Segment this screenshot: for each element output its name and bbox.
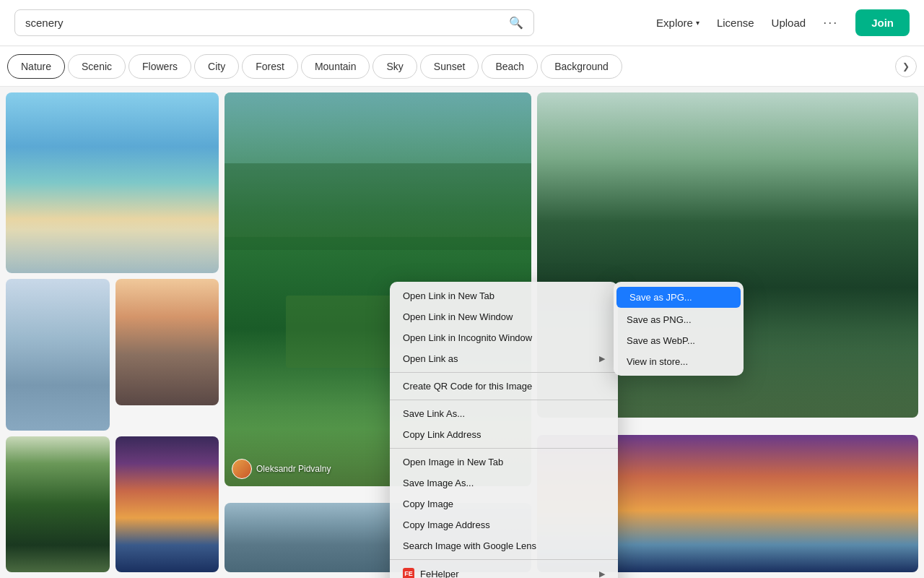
ctx-open-new-window[interactable]: Open Link in New Window [390,306,618,327]
ctx-search-google-lens[interactable]: Search Image with Google Lens [390,535,618,556]
chevron-right-icon: ▶ [599,354,605,363]
ctx-copy-image-address[interactable]: Copy Image Address [390,514,618,535]
nav-upload[interactable]: Upload [772,17,806,29]
tab-scroll-right[interactable]: ❯ [895,56,917,77]
ctx-open-as[interactable]: Open Link as ▶ [390,348,618,369]
submenu-save-png[interactable]: Save as PNG... [614,309,744,330]
ctx-open-new-tab[interactable]: Open Link in New Tab [390,285,618,306]
tab-background[interactable]: Background [541,54,622,79]
author-badge: Oleksandr Pidvalny [232,459,331,479]
image-tropical[interactable] [6,92,219,273]
join-button[interactable]: Join [855,9,910,36]
submenu-save-jpg[interactable]: Save as JPG... [616,287,741,308]
tab-scenic[interactable]: Scenic [68,54,126,79]
image-forest-sm[interactable] [6,436,110,572]
ctx-sep-3 [390,448,618,449]
nav-explore[interactable]: Explore ▾ [656,17,699,29]
ctx-sep-1 [390,372,618,373]
context-menu: Open Link in New Tab Open Link in New Wi… [390,282,618,578]
tab-city[interactable]: City [194,54,239,79]
tab-forest[interactable]: Forest [242,54,298,79]
col-left-row3 [6,436,219,572]
ctx-open-image-tab[interactable]: Open Image in New Tab [390,452,618,473]
ctx-sep-2 [390,400,618,400]
search-bar[interactable]: 🔍 [14,9,534,36]
image-sunset[interactable] [116,436,219,572]
nav-items: Explore ▾ License Upload ··· Join [656,9,910,36]
submenu-save-webp[interactable]: Save as WebP... [614,330,744,351]
search-input[interactable] [25,17,503,29]
author-avatar [232,459,252,479]
ctx-fehelper[interactable]: FE FeHelper ▶ [390,563,618,578]
nav-more[interactable]: ··· [823,15,838,30]
tab-beach[interactable]: Beach [481,54,538,79]
col-left [6,92,219,572]
fehelper-icon: FE [403,568,414,578]
chevron-down-icon: ▾ [696,19,699,27]
search-icon: 🔍 [509,16,523,30]
ctx-save-link[interactable]: Save Link As... [390,403,618,424]
ctx-save-image[interactable]: Save Image As... [390,473,618,493]
tab-sunset[interactable]: Sunset [420,54,479,79]
tab-flowers[interactable]: Flowers [128,54,191,79]
author-name: Oleksandr Pidvalny [256,464,331,474]
ctx-sep-4 [390,559,618,560]
header: 🔍 Explore ▾ License Upload ··· Join [0,0,924,46]
tab-nature[interactable]: Nature [7,54,65,79]
image-foggy-mountain[interactable] [116,279,219,405]
ctx-open-incognito[interactable]: Open Link in Incognito Window [390,327,618,348]
col-left-bottom [6,279,219,431]
ctx-qr-code[interactable]: Create QR Code for this Image [390,376,618,397]
chevron-right-icon-2: ▶ [599,569,605,579]
tab-mountain[interactable]: Mountain [301,54,370,79]
category-tabs: Nature Scenic Flowers City Forest Mounta… [0,46,924,87]
submenu-view-store[interactable]: View in store... [614,351,744,372]
submenu: Save as JPG... Save as PNG... Save as We… [614,282,744,376]
ctx-copy-link[interactable]: Copy Link Address [390,424,618,445]
image-lake[interactable] [6,279,110,431]
tab-sky[interactable]: Sky [372,54,417,79]
col-left-bottom-right [116,279,219,431]
ctx-copy-image[interactable]: Copy Image [390,493,618,514]
nav-license[interactable]: License [717,17,754,29]
